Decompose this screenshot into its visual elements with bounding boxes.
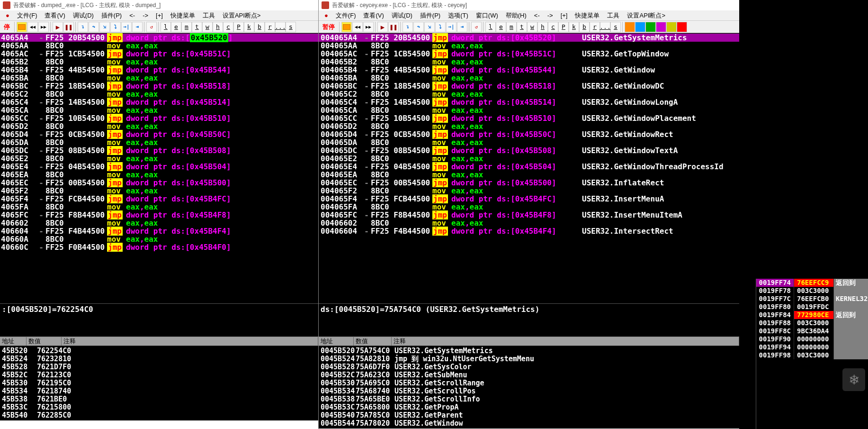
- stack-panel[interactable]: 0019FF7476EEFCC9返回到0019FF78003C30000019F…: [756, 279, 868, 429]
- menu-item[interactable]: <-: [530, 12, 544, 19]
- open-button[interactable]: [17, 22, 27, 32]
- disasm-row[interactable]: 004065B4-FF25 44B54500jmpdword ptr ds:[0…: [319, 66, 739, 74]
- menu-item[interactable]: 窗口(W): [472, 11, 502, 20]
- disasm-row[interactable]: 4065A4-FF25 20B54500jmpdword ptr ds:[0x4…: [0, 34, 318, 42]
- tool-icon[interactable]: [645, 22, 656, 32]
- view-button-b[interactable]: b: [254, 22, 265, 32]
- view-button-e[interactable]: e: [496, 22, 506, 32]
- pause-button[interactable]: ❚❚: [388, 22, 399, 32]
- dump-row[interactable]: 45B52476232810: [0, 355, 318, 363]
- back-button[interactable]: ◀◀: [27, 22, 38, 32]
- stack-row[interactable]: 0019FF7C76EEFCB0KERNEL32: [756, 295, 868, 303]
- menu-item[interactable]: 选项(T): [444, 11, 472, 20]
- disasm-row[interactable]: 004065AA8BC0moveax,eax: [319, 42, 739, 50]
- run-button[interactable]: ▶: [53, 22, 63, 32]
- tool-icon[interactable]: [635, 22, 645, 32]
- disasm-row[interactable]: 4065B4-FF25 44B54500jmpdword ptr ds:[0x4…: [0, 66, 318, 74]
- menu-item[interactable]: ->: [139, 12, 152, 19]
- disasm-row[interactable]: 004065BC-FF25 18B54500jmpdword ptr ds:[0…: [319, 82, 739, 90]
- dump-row[interactable]: 0045B54075A785C0USER32.GetParent: [319, 411, 739, 420]
- menu-system-icon[interactable]: ●: [321, 12, 332, 19]
- menu-item[interactable]: 设置API断点>: [623, 11, 669, 20]
- disasm-row[interactable]: 4065EA8BC0moveax,eax: [0, 171, 318, 179]
- view-button-m[interactable]: m: [181, 22, 192, 32]
- menu-item[interactable]: 文件(F): [332, 11, 360, 20]
- stack-row[interactable]: 0019FF98003C3000: [756, 351, 868, 359]
- col-address[interactable]: 地址: [0, 337, 27, 346]
- stack-row[interactable]: 0019FF78003C3000: [756, 287, 868, 295]
- dump-row[interactable]: 0045B54475A78020USER32.GetWindow: [319, 420, 739, 428]
- view-button-h[interactable]: h: [213, 22, 223, 32]
- disasm-row[interactable]: 4065C28BC0moveax,eax: [0, 90, 318, 98]
- menu-item[interactable]: 调试(D): [69, 11, 98, 20]
- menu-item[interactable]: [+]: [152, 12, 167, 19]
- disasm-row[interactable]: 4065E4-FF25 04B54500jmpdword ptr ds:[0x4…: [0, 163, 318, 171]
- disasm-row[interactable]: 4065E28BC0moveax,eax: [0, 155, 318, 163]
- step-into-button[interactable]: ↴: [403, 22, 413, 32]
- stack-row[interactable]: 0019FF7476EEFCC9返回到: [756, 279, 868, 287]
- stack-row[interactable]: 0019FF9400000000: [756, 343, 868, 351]
- disasm-row[interactable]: 004065FA8BC0moveax,eax: [319, 203, 739, 211]
- col-comment[interactable]: 注释: [392, 337, 739, 346]
- disasm-row[interactable]: 40660A8BC0moveax,eax: [0, 235, 318, 243]
- dump-row[interactable]: 45B52C762123C0: [0, 371, 318, 379]
- dump-row[interactable]: 0045B52075A754C0USER32.GetSystemMetrics: [319, 347, 739, 355]
- disasm-row[interactable]: 004065DC-FF25 08B54500jmpdword ptr ds:[0…: [319, 146, 739, 155]
- disasm-row[interactable]: 004065BA8BC0moveax,eax: [319, 74, 739, 82]
- dump-row[interactable]: 0045B53475A68740USER32.GetScrollPos: [319, 387, 739, 395]
- trace-into-button[interactable]: ⇲: [424, 22, 435, 32]
- dump-row[interactable]: 0045B52C75A623C0USER32.GetSubMenu: [319, 371, 739, 379]
- restart-button[interactable]: ↺: [146, 22, 157, 32]
- disasm-row[interactable]: 4065DC-FF25 08B54500jmpdword ptr ds:[0x4…: [0, 146, 318, 155]
- trace-over-button[interactable]: ⤵: [110, 22, 121, 32]
- menu-item[interactable]: 查看(V): [359, 11, 387, 20]
- trace-over-button[interactable]: ⤵: [435, 22, 446, 32]
- stack-view[interactable]: 0019FF7476EEFCC9返回到0019FF78003C30000019F…: [756, 279, 868, 359]
- disasm-row[interactable]: 4065D4-FF25 0CB54500jmpdword ptr ds:[0x4…: [0, 130, 318, 138]
- view-button-c[interactable]: c: [548, 22, 558, 32]
- disasm-row[interactable]: 4065EC-FF25 00B54500jmpdword ptr ds:[0x4…: [0, 179, 318, 187]
- menu-item[interactable]: 工具: [199, 11, 219, 20]
- dump-row[interactable]: 45B520762254C0: [0, 347, 318, 355]
- menu-item[interactable]: 插件(P): [98, 11, 125, 20]
- disasm-row[interactable]: 4066028BC0moveax,eax: [0, 219, 318, 227]
- disasm-row[interactable]: 004065D28BC0moveax,eax: [319, 122, 739, 130]
- disasm-row[interactable]: 004065EA8BC0moveax,eax: [319, 171, 739, 179]
- disasm-row[interactable]: 4065F4-FF25 FCB44500jmpdword ptr ds:[0x4…: [0, 195, 318, 203]
- col-value[interactable]: 数值: [27, 337, 62, 346]
- run-to-button[interactable]: ⇥: [132, 22, 143, 32]
- view-button-P[interactable]: P: [558, 22, 569, 32]
- menu-item[interactable]: <-: [125, 12, 139, 19]
- view-button-t[interactable]: t: [192, 22, 202, 32]
- execute-till-button[interactable]: →|: [121, 22, 132, 32]
- dump-row[interactable]: 45B5287621D7F0: [0, 363, 318, 371]
- view-button-...[interactable]: ...: [600, 22, 610, 32]
- disasm-row[interactable]: 004065DA8BC0moveax,eax: [319, 138, 739, 146]
- disasm-row[interactable]: 4065BC-FF25 18B54500jmpdword ptr ds:[0x4…: [0, 82, 318, 90]
- pause-button[interactable]: ❚❚: [63, 22, 74, 32]
- tool-icon[interactable]: [666, 22, 677, 32]
- stack-row[interactable]: 0019FF84772980CE返回到: [756, 311, 868, 319]
- tool-icon[interactable]: [656, 22, 666, 32]
- run-button[interactable]: ▶: [377, 22, 388, 32]
- disasm-row[interactable]: 004065B28BC0moveax,eax: [319, 58, 739, 66]
- view-button-r[interactable]: r: [590, 22, 600, 32]
- stack-row[interactable]: 0019FF88003C3000: [756, 319, 868, 327]
- forward-button[interactable]: ▶▶: [363, 22, 374, 32]
- stack-row[interactable]: 0019FF8C9BC36DA4: [756, 327, 868, 335]
- menu-item[interactable]: 插件(P): [416, 11, 444, 20]
- col-address[interactable]: 地址: [319, 337, 354, 346]
- disasm-row[interactable]: 4065CC-FF25 10B54500jmpdword ptr ds:[0x4…: [0, 114, 318, 122]
- open-button[interactable]: [341, 22, 352, 32]
- dump-row[interactable]: 0045B53075A695C0USER32.GetScrollRange: [319, 379, 739, 387]
- back-button[interactable]: ◀◀: [352, 22, 363, 32]
- tool-icon[interactable]: [677, 22, 687, 32]
- disasm-row[interactable]: 4065CA8BC0moveax,eax: [0, 106, 318, 114]
- disasm-row[interactable]: 4065FC-FF25 F8B44500jmpdword ptr ds:[0x4…: [0, 211, 318, 219]
- disasm-row[interactable]: 406604-FF25 F4B44500jmpdword ptr ds:[0x4…: [0, 227, 318, 235]
- forward-button[interactable]: ▶▶: [38, 22, 49, 32]
- menu-item[interactable]: 设置API断点>: [219, 11, 265, 20]
- run-to-button[interactable]: ⇥: [457, 22, 467, 32]
- view-button-l[interactable]: l: [161, 22, 171, 32]
- dump-row[interactable]: 45B540762285C0: [0, 411, 318, 420]
